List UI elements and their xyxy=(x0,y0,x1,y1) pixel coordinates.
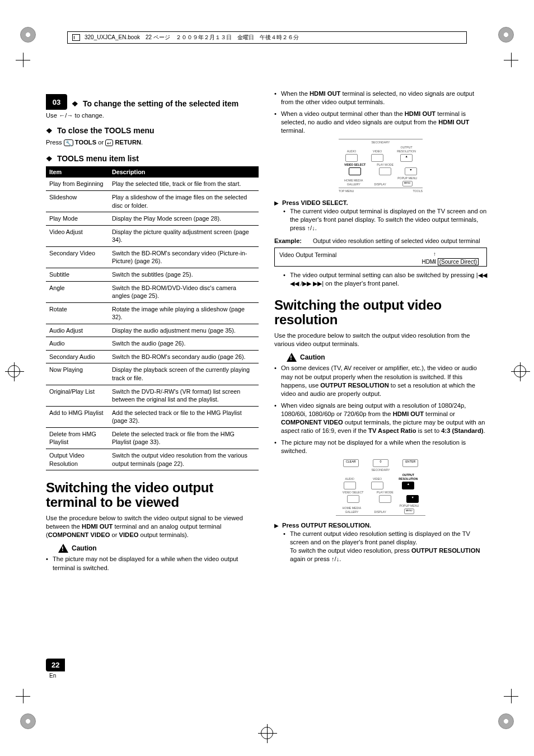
table-cell-item: Rotate xyxy=(46,302,109,324)
section-tools-list: ❖ TOOLS menu item list xyxy=(46,153,259,164)
crop-corner-icon xyxy=(498,713,514,729)
osd-hdmi-label: HDMI xyxy=(421,259,436,265)
table-cell-item: Subtitle xyxy=(46,268,109,281)
table-cell-item: Delete from HMG Playlist xyxy=(46,427,109,449)
step-press-output-resolution: ▶ Press OUTPUT RESOLUTION. The current o… xyxy=(274,521,487,566)
tools-key-icon: 🔧 xyxy=(64,139,73,146)
osd-terminal-label: Video Output Terminal xyxy=(279,252,336,258)
table-cell-desc: Switch the BD-ROM's secondary video (Pic… xyxy=(109,246,259,268)
page-language: En xyxy=(49,673,65,679)
table-row: Output Video ResolutionSwitch the output… xyxy=(46,449,259,470)
table-row: SlideshowPlay a slideshow of the image f… xyxy=(46,191,259,212)
heading-switch-resolution: Switching the output video resolution xyxy=(274,298,487,327)
diamond-icon: ❖ xyxy=(46,155,53,163)
left-column: ❖ To change the setting of the selected … xyxy=(46,90,259,576)
table-row: AngleSwitch the BD-ROM/DVD-Video disc's … xyxy=(46,281,259,302)
section-title-text: To close the TOOLS menu xyxy=(57,126,154,135)
down-key-icon: ▼ xyxy=(406,495,419,503)
crop-mark-icon xyxy=(16,53,30,67)
table-row: Secondary VideoSwitch the BD-ROM's secon… xyxy=(46,246,259,268)
table-row: Audio AdjustDisplay the audio adjustment… xyxy=(46,324,259,337)
table-row: Play ModeDisplay the Play Mode screen (p… xyxy=(46,212,259,226)
list-item: The current output video resolution sett… xyxy=(282,530,487,563)
table-cell-item: Audio xyxy=(46,337,109,351)
return-key-label: RETURN xyxy=(115,139,141,146)
step-press-video-select: ▶ Press VIDEO SELECT. The current video … xyxy=(274,199,487,235)
page-number: 22 xyxy=(46,659,65,671)
step-marker-icon: ▶ xyxy=(274,522,279,566)
crop-mark-icon xyxy=(504,53,518,67)
table-cell-desc: Display the picture quality adjustment s… xyxy=(109,225,259,246)
tools-menu-table: Item Description Play from BeginningPlay… xyxy=(46,166,259,470)
diamond-icon: ❖ xyxy=(46,127,53,135)
table-cell-desc: Display the playback screen of the curre… xyxy=(109,363,259,385)
osd-source-direct: (Source Direct) xyxy=(438,258,479,265)
table-row: AudioSwitch the audio (page 26). xyxy=(46,337,259,351)
list-item: When a video output terminal other than … xyxy=(274,110,487,135)
up-down-arrows-icon: ↑/↓ xyxy=(331,556,339,562)
right-column: When the HDMI OUT terminal is selected, … xyxy=(274,90,487,576)
remote-diagram-1: SECONDARY AUDIO VIDEO OUTPUT RESOLUTION▲… xyxy=(339,139,423,193)
table-cell-desc: Display the Play Mode screen (page 28). xyxy=(109,212,259,226)
osd-example-box: Video Output Terminal ↑↓ HDMI (Source Di… xyxy=(274,248,487,267)
table-cell-item: Slideshow xyxy=(46,191,109,212)
table-cell-item: Video Adjust xyxy=(46,225,109,246)
caution-heading: Caution xyxy=(287,353,487,362)
step-heading: Press VIDEO SELECT. xyxy=(282,199,487,207)
table-cell-item: Output Video Resolution xyxy=(46,449,109,470)
tools-key-label: TOOLS xyxy=(75,139,96,146)
table-row: Original/Play ListSwitch the DVD-R/-RW's… xyxy=(46,385,259,406)
caution-list-left: The picture may not be displayed for a w… xyxy=(46,555,259,572)
list-item: When the HDMI OUT terminal is selected, … xyxy=(274,90,487,106)
table-cell-desc: Switch the BD-ROM/DVD-Video disc's camer… xyxy=(109,281,259,302)
switch-resolution-paragraph: Use the procedure below to switch the ou… xyxy=(274,332,487,348)
return-key-icon: ↩ xyxy=(105,139,113,146)
caution-list-right-top: When the HDMI OUT terminal is selected, … xyxy=(274,90,487,136)
table-cell-item: Angle xyxy=(46,281,109,302)
up-key-icon: ▲ xyxy=(402,482,414,489)
video-select-key xyxy=(349,167,361,175)
caution-list-resolution: On some devices (TV, AV receiver or ampl… xyxy=(274,364,487,455)
example-desc: Output video resolution setting of selec… xyxy=(313,237,480,245)
list-item: The current video output terminal is dis… xyxy=(282,207,487,232)
crop-corner-icon xyxy=(498,27,514,43)
table-cell-item: Add to HMG Playlist xyxy=(46,406,109,427)
caution-triangle-icon xyxy=(287,353,297,362)
crop-corner-icon xyxy=(20,713,36,729)
table-cell-desc: Switch the DVD-R/-RW's (VR format) list … xyxy=(109,385,259,406)
press-tools-line: Press 🔧 TOOLS or ↩ RETURN. xyxy=(46,138,259,147)
switch-terminal-paragraph: Use the procedure below to switch the vi… xyxy=(46,514,259,539)
diamond-icon: ❖ xyxy=(72,100,78,108)
section-title-text: To change the setting of the selected it… xyxy=(83,99,238,108)
table-cell-desc: Switch the subtitles (page 25). xyxy=(109,268,259,281)
caution-label: Caution xyxy=(72,544,97,553)
book-icon xyxy=(72,34,80,41)
up-key-icon: ▲ xyxy=(400,154,413,162)
section-title-text: TOOLS menu item list xyxy=(57,154,139,163)
table-row: Now PlayingDisplay the playback screen o… xyxy=(46,363,259,385)
table-cell-desc: Switch the audio (page 26). xyxy=(109,337,259,351)
step-note-list: The video output terminal setting can al… xyxy=(282,271,487,288)
section-close-tools: ❖ To close the TOOLS menu xyxy=(46,125,259,136)
step-heading: Press OUTPUT RESOLUTION. xyxy=(282,521,487,530)
table-cell-item: Play from Beginning xyxy=(46,178,109,190)
table-header-item: Item xyxy=(46,166,109,178)
table-row: Play from BeginningPlay the selected tit… xyxy=(46,178,259,190)
table-cell-desc: Rotate the image while playing a slidesh… xyxy=(109,302,259,324)
table-cell-desc: Switch the output video resolution from … xyxy=(109,449,259,470)
table-cell-item: Now Playing xyxy=(46,363,109,385)
crop-mark-icon xyxy=(504,689,518,703)
table-cell-item: Play Mode xyxy=(46,212,109,226)
caution-label: Caution xyxy=(300,353,325,362)
list-item: When video signals are being output with… xyxy=(274,402,487,435)
table-row: RotateRotate the image while playing a s… xyxy=(46,302,259,324)
table-cell-desc: Switch the BD-ROM's secondary audio (pag… xyxy=(109,350,259,363)
section-change-setting: ❖ To change the setting of the selected … xyxy=(72,99,259,109)
caution-heading: Caution xyxy=(58,544,259,553)
left-right-arrows-icon: ←/→ xyxy=(59,112,73,119)
table-cell-desc: Display the audio adjustment menu (page … xyxy=(109,324,259,337)
table-row: Video AdjustDisplay the picture quality … xyxy=(46,225,259,246)
table-cell-desc: Play the selected title, track or file f… xyxy=(109,178,259,190)
table-row: Delete from HMG PlaylistDelete the selec… xyxy=(46,427,259,449)
heading-switch-terminal: Switching the video output terminal to b… xyxy=(46,480,259,510)
